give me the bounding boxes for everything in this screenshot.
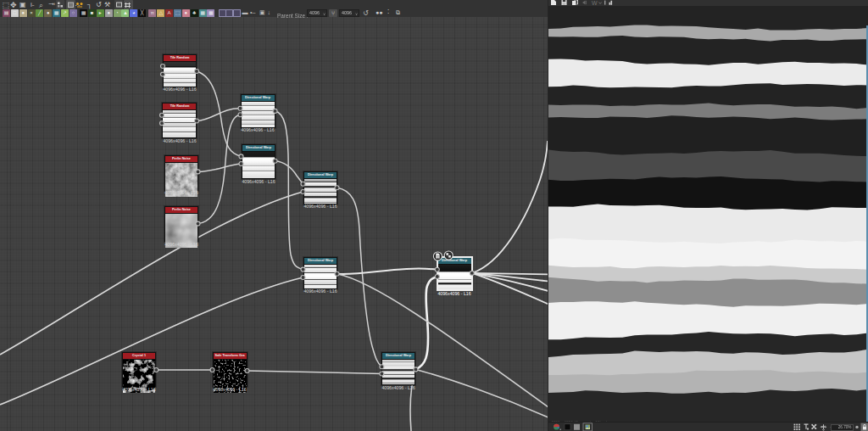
svg-text:W: W (592, 0, 598, 6)
